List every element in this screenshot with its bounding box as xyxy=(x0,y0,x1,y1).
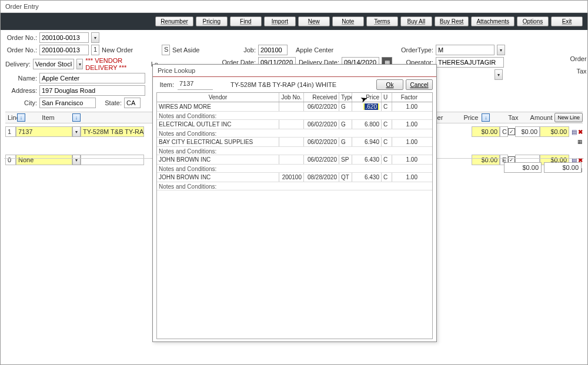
renumber-button[interactable]: Renumber xyxy=(155,16,193,26)
d-cell-notes: Notes and Conditions: xyxy=(157,182,432,190)
item-dropdown[interactable]: ▾ xyxy=(72,126,81,137)
dcol-price: Price xyxy=(352,93,382,102)
window-title: Order Entry xyxy=(1,1,587,13)
city-input[interactable] xyxy=(39,98,96,108)
name-label: Name: xyxy=(5,75,37,82)
col-tax: Tax xyxy=(490,114,520,121)
cell-item[interactable]: 7137 xyxy=(16,126,72,137)
ok-button[interactable]: Ok xyxy=(376,79,403,90)
order-amount-label: Order Amount: xyxy=(570,55,588,62)
pricing-button[interactable]: Pricing xyxy=(196,16,228,26)
import-button[interactable]: Import xyxy=(264,16,296,26)
dialog-row[interactable]: JOHN BROWN INC 06/02/2020 SP 6.430 C 1.0… xyxy=(157,155,432,165)
footer-total-1: $0.00 xyxy=(504,162,542,173)
d-cell-received: 08/28/2020 xyxy=(304,173,339,182)
note-button[interactable]: Note xyxy=(332,16,364,26)
order-type-input[interactable] xyxy=(436,45,495,55)
sort-price-icon[interactable]: ↓ xyxy=(482,113,490,122)
row-checkbox[interactable]: ✓ xyxy=(508,128,515,135)
address-input[interactable] xyxy=(39,85,145,96)
d-cell-price[interactable]: 6.430 xyxy=(352,155,382,164)
col-line: Line xyxy=(5,114,16,121)
cell-desc: TY-528M T&B TY-RAP (14in) V xyxy=(81,126,144,137)
dialog-item: 7137 xyxy=(178,79,213,90)
dialog-row[interactable]: WIRES AND MORE 06/02/2020 G .620 C 1.00 xyxy=(157,102,432,112)
d-cell-factor: 1.00 xyxy=(392,155,419,164)
job-input[interactable] xyxy=(258,45,288,55)
operator-input[interactable] xyxy=(436,57,504,68)
cell-tax: $0.00 xyxy=(515,126,540,137)
item-dropdown[interactable]: ▾ xyxy=(72,155,81,165)
order-type-dropdown[interactable]: ▾ xyxy=(497,45,505,55)
cell-item[interactable]: None xyxy=(16,155,72,165)
order-no-dropdown[interactable]: ▾ xyxy=(91,32,99,43)
dialog-notes-row: Notes and Conditions: xyxy=(157,182,432,190)
dialog-row[interactable]: JOHN BROWN INC 200100 08/28/2020 QT 6.43… xyxy=(157,173,432,182)
d-cell-notes: Notes and Conditions: xyxy=(157,165,432,172)
options-button[interactable]: Options xyxy=(517,16,549,26)
d-cell-price[interactable]: 6.430 xyxy=(352,173,382,182)
d-cell-type: G xyxy=(339,102,352,111)
flag-text: Set Aside xyxy=(172,46,199,53)
order-type-label: OrderType: xyxy=(396,46,433,53)
dialog-row[interactable]: BAY CITY ELECTRICAL SUPPLIES 06/02/2020 … xyxy=(157,138,432,147)
d-cell-vendor: JOHN BROWN INC xyxy=(157,173,279,182)
dcol-type: Type xyxy=(339,93,352,102)
d-cell-vendor: BAY CITY ELECTRICAL SUPPLIES xyxy=(157,138,279,146)
cell-line: 0 xyxy=(5,155,16,165)
d-cell-price[interactable]: 6.800 xyxy=(352,120,382,129)
d-cell-job: 200100 xyxy=(279,173,304,182)
flag-code: S xyxy=(162,45,170,55)
d-cell-notes: Notes and Conditions: xyxy=(157,147,432,155)
dcol-vendor: Vendor xyxy=(157,93,279,102)
cell-price[interactable]: $0.00 xyxy=(472,155,500,165)
expand-icon[interactable]: ▦ xyxy=(577,139,583,145)
order-no-input[interactable] xyxy=(39,32,89,43)
state-input[interactable] xyxy=(124,98,141,108)
d-cell-price[interactable]: 6.940 xyxy=(352,138,382,146)
footer-totals: $0.00 $0.00 xyxy=(504,162,582,173)
delivery-input[interactable] xyxy=(33,59,74,69)
job-label: Job: xyxy=(218,46,256,53)
new-line-button[interactable]: New Line xyxy=(554,113,583,122)
find-button[interactable]: Find xyxy=(230,16,262,26)
delivery-dropdown[interactable]: ▾ xyxy=(76,59,83,69)
new-button[interactable]: New xyxy=(298,16,330,26)
d-cell-received: 06/02/2020 xyxy=(304,138,339,146)
d-cell-price[interactable]: .620 xyxy=(352,102,382,111)
d-cell-job xyxy=(279,155,304,164)
sort-line-icon[interactable]: ↓ xyxy=(17,113,25,122)
extra-dropdown[interactable]: ▾ xyxy=(495,69,503,80)
name-input[interactable] xyxy=(39,73,145,83)
d-cell-factor: 1.00 xyxy=(392,138,419,146)
address-label: Address: xyxy=(5,87,37,94)
status-text: New Order xyxy=(102,46,133,53)
state-label: State: xyxy=(98,99,122,106)
d-cell-type: G xyxy=(339,120,352,129)
d-cell-received: 06/02/2020 xyxy=(304,120,339,129)
dcol-received: Received xyxy=(304,93,339,102)
buy-all-button[interactable]: Buy All xyxy=(400,16,432,26)
d-cell-factor: 1.00 xyxy=(392,102,419,111)
order-no-label: Order No.: xyxy=(5,34,37,41)
delete-icon[interactable]: ✖ xyxy=(578,129,583,135)
buy-rest-button[interactable]: Buy Rest xyxy=(435,16,469,26)
detail-icon[interactable]: ▤ xyxy=(572,129,577,135)
order-no2-input[interactable] xyxy=(39,45,89,55)
terms-button[interactable]: Terms xyxy=(366,16,398,26)
cancel-button[interactable]: Cancel xyxy=(406,79,433,90)
d-cell-received: 06/02/2020 xyxy=(304,102,339,111)
d-cell-type: G xyxy=(339,138,352,146)
dialog-title: Price Lookup xyxy=(153,65,436,77)
dcol-factor: Factor xyxy=(392,93,419,102)
dialog-notes-row: Notes and Conditions: xyxy=(157,129,432,138)
dialog-row[interactable]: ELECTRICAL OUTLET INC 06/02/2020 G 6.800… xyxy=(157,120,432,129)
d-cell-u: C xyxy=(382,138,392,146)
attachments-button[interactable]: Attachments xyxy=(471,16,514,26)
order-no2-label: Order No.: xyxy=(5,46,37,53)
d-cell-u: C xyxy=(382,102,392,111)
d-cell-job xyxy=(279,120,304,129)
exit-button[interactable]: Exit xyxy=(551,16,583,26)
sort-item-icon[interactable]: ↓ xyxy=(72,113,81,122)
cell-price[interactable]: $0.00 xyxy=(472,126,500,137)
